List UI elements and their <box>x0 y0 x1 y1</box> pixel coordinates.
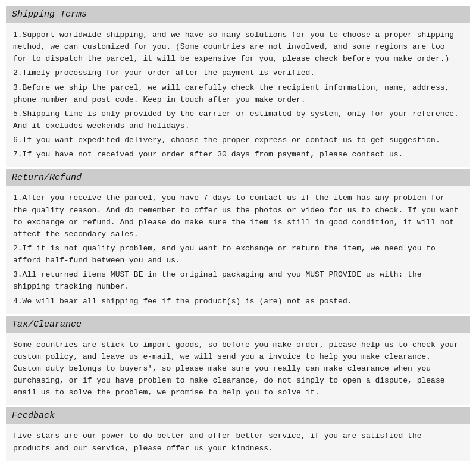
paragraph: 4.We will bear all shipping fee if the p… <box>13 296 463 308</box>
paragraph: 7.If you have not received your order af… <box>13 149 463 161</box>
paragraph: Five stars are our power to do better an… <box>13 430 463 454</box>
section-title-shipping: Shipping Terms <box>12 10 464 20</box>
paragraph: 2.If it is not quality problem, and you … <box>13 243 463 267</box>
section-tax: Tax/ClearanceSome countries are stick to… <box>6 316 470 405</box>
section-body-feedback: Five stars are our power to do better an… <box>6 424 470 460</box>
section-body-tax: Some countries are stick to import goods… <box>6 333 470 405</box>
section-body-return: 1.After you receive the parcel, you have… <box>6 186 470 313</box>
section-title-return: Return/Refund <box>12 173 464 183</box>
paragraph: 1.After you receive the parcel, you have… <box>13 192 463 240</box>
section-header-tax: Tax/Clearance <box>6 316 470 333</box>
page-container: Shipping Terms1.Support worldwide shippi… <box>0 0 476 469</box>
section-header-feedback: Feedback <box>6 407 470 424</box>
section-header-shipping: Shipping Terms <box>6 6 470 23</box>
section-feedback: FeedbackFive stars are our power to do b… <box>6 407 470 460</box>
section-return: Return/Refund1.After you receive the par… <box>6 169 470 313</box>
paragraph: 5.Shipping time is only provided by the … <box>13 108 463 132</box>
paragraph: 1.Support worldwide shipping, and we hav… <box>13 29 463 65</box>
section-body-shipping: 1.Support worldwide shipping, and we hav… <box>6 23 470 167</box>
section-shipping: Shipping Terms1.Support worldwide shippi… <box>6 6 470 167</box>
paragraph: 3.Before we ship the parcel, we will car… <box>13 82 463 106</box>
paragraph: 6.If you want expedited delivery, choose… <box>13 134 463 146</box>
paragraph: 3.All returned items MUST BE in the orig… <box>13 269 463 293</box>
section-header-return: Return/Refund <box>6 169 470 186</box>
paragraph: 2.Timely processing for your order after… <box>13 67 463 79</box>
section-title-feedback: Feedback <box>12 411 464 421</box>
section-title-tax: Tax/Clearance <box>12 320 464 330</box>
paragraph: Some countries are stick to import goods… <box>13 339 463 399</box>
